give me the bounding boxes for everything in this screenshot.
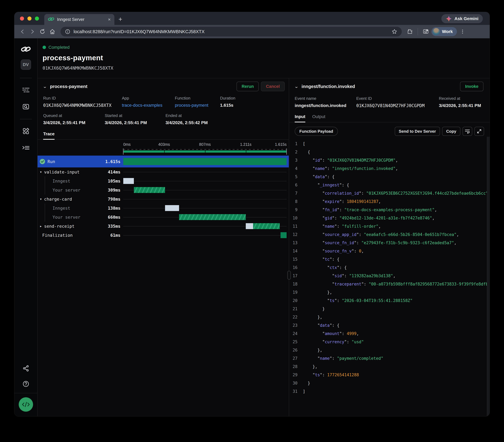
tab-trace[interactable]: Trace xyxy=(43,132,54,140)
url-bar[interactable]: localhost:8288/run?runID=01KJX6Q7W64NMKM… xyxy=(60,27,402,36)
sidebar-item-events[interactable] xyxy=(21,102,31,112)
span-bar-exec[interactable] xyxy=(179,214,246,220)
ask-gemini-label: Ask Gemini xyxy=(454,16,478,21)
app-sidebar: DV xyxy=(14,38,37,416)
trace-row-charge-card[interactable]: ▾charge-card798ms xyxy=(37,195,289,204)
send-to-dev-server-button[interactable]: Send to Dev Server xyxy=(395,127,440,136)
line-number: 7 xyxy=(289,191,303,196)
line-number: 23 xyxy=(289,323,303,328)
close-window-button[interactable] xyxy=(20,17,24,20)
minimize-window-button[interactable] xyxy=(27,17,32,20)
site-info-icon[interactable] xyxy=(65,29,71,34)
code-fab-button[interactable] xyxy=(19,397,33,412)
tab-output[interactable]: Output xyxy=(312,114,325,122)
word-wrap-icon[interactable] xyxy=(463,127,472,136)
side-panel-search-icon[interactable] xyxy=(421,27,430,36)
timeline-minimap[interactable] xyxy=(123,148,287,156)
browser-menu-icon[interactable] xyxy=(458,27,467,36)
payload-code[interactable]: 1[2{3"id": "01KJX6Q7V81N4DMZ7HFJ0CGPDM",… xyxy=(289,137,490,416)
span-bar-exec[interactable] xyxy=(134,187,165,193)
traffic-lights[interactable] xyxy=(14,12,44,25)
collapse-chevron-icon[interactable]: ⌄ xyxy=(294,84,299,89)
code-text: "ts": "2026-03-04T19:55:41.288158Z" xyxy=(303,298,490,303)
code-line-15: 15"tc": { xyxy=(289,255,490,263)
sidebar-item-apps[interactable] xyxy=(21,126,31,136)
code-text: "source_app_id": "eea6afc5-e66d-5b26-850… xyxy=(303,232,490,237)
copy-button[interactable]: Copy xyxy=(442,127,460,136)
help-icon[interactable] xyxy=(21,379,31,389)
line-number: 29 xyxy=(289,373,303,377)
line-number: 17 xyxy=(289,273,303,278)
trace-row-duration: 1.615s xyxy=(105,159,121,164)
trace-row-inngest[interactable]: Inngest105ms xyxy=(37,176,289,186)
code-line-8: 8"expire": 1804190141287, xyxy=(289,197,490,205)
tab-close-icon[interactable]: × xyxy=(108,17,111,22)
span-bar-queue[interactable] xyxy=(246,223,253,229)
gemini-icon xyxy=(446,16,452,22)
trace-row-finalization[interactable]: Finalization61ms xyxy=(37,231,289,240)
trace-section-title: process-payment xyxy=(50,84,233,89)
axis-tick: 0ms xyxy=(123,142,131,147)
trace-row-duration: 61ms xyxy=(110,233,121,238)
trace-row-validate-input[interactable]: ▾validate-input414ms xyxy=(37,168,289,176)
trace-row-inngest[interactable]: Inngest138ms xyxy=(37,204,289,213)
chevron-down-icon[interactable]: ▾ xyxy=(37,170,44,174)
trace-row-labelcol: Your server660ms xyxy=(37,213,123,222)
back-button[interactable] xyxy=(18,27,27,36)
home-button[interactable] xyxy=(48,27,57,36)
cancel-button[interactable]: Cancel xyxy=(261,82,285,91)
browser-toolbar: localhost:8288/run?runID=01KJX6Q7W64NMKM… xyxy=(14,25,490,38)
url-text[interactable]: localhost:8288/run?runID=01KJX6Q7W64NMKM… xyxy=(73,29,388,34)
inngest-logo-icon xyxy=(21,44,31,54)
span-bar-queue[interactable] xyxy=(165,205,179,211)
ask-gemini-button[interactable]: Ask Gemini xyxy=(441,14,483,23)
app-link[interactable]: trace-docs-examples xyxy=(122,103,175,108)
scrollbar[interactable] xyxy=(487,137,490,416)
new-tab-button[interactable]: + xyxy=(118,16,122,23)
trace-row-labelcol: Your server309ms xyxy=(37,186,123,195)
span-bar-solid[interactable] xyxy=(281,232,287,238)
trace-row-your-server[interactable]: Your server309ms xyxy=(37,186,289,195)
trace-row-your-server[interactable]: Your server660ms xyxy=(37,213,289,222)
chevron-down-icon[interactable]: ▾ xyxy=(37,197,44,201)
forward-button[interactable] xyxy=(28,27,37,36)
function-link[interactable]: process-payment xyxy=(175,103,220,108)
trace-meta-row-1: Run ID 01KJX6Q7W64NMKMWBNKCJ58XTX App tr… xyxy=(37,95,289,108)
tree-guide-line xyxy=(45,186,45,195)
trace-row-run[interactable]: Run1.615s xyxy=(37,156,289,168)
span-bar-exec[interactable] xyxy=(253,223,280,229)
invoke-button[interactable]: Invoke xyxy=(460,82,484,91)
profile-chip[interactable]: Work xyxy=(431,27,457,36)
reload-button[interactable] xyxy=(38,27,47,36)
sidebar-item-terminal[interactable] xyxy=(21,143,31,153)
minimap-separator xyxy=(205,151,206,153)
expand-icon[interactable] xyxy=(474,127,484,136)
share-icon[interactable] xyxy=(21,363,31,373)
tab-input[interactable]: Input xyxy=(295,114,305,122)
extensions-icon[interactable] xyxy=(406,27,414,36)
collapse-chevron-icon[interactable]: ⌄ xyxy=(43,84,47,89)
trace-meta-row-2: Queued at 3/4/2026, 2:55:41 PM Started a… xyxy=(37,108,289,125)
bookmark-star-icon[interactable] xyxy=(392,29,397,34)
dev-server-badge[interactable]: DV xyxy=(21,59,31,70)
code-text: }, xyxy=(303,364,490,369)
rerun-button[interactable]: Rerun xyxy=(236,82,259,91)
zoom-window-button[interactable] xyxy=(35,17,39,20)
line-number: 25 xyxy=(289,340,303,344)
line-number: 1 xyxy=(289,141,303,146)
line-number: 19 xyxy=(289,290,303,295)
trace-row-send-receipt[interactable]: ▸send-receipt335ms xyxy=(37,222,289,231)
trace-row-labelcol: ▾charge-card798ms xyxy=(37,195,123,204)
panel-resize-handle[interactable] xyxy=(287,271,291,280)
profile-label: Work xyxy=(442,29,453,34)
chevron-right-icon[interactable]: ▸ xyxy=(37,224,44,228)
browser-tab-inngest-server[interactable]: Inngest Server × xyxy=(44,14,114,25)
line-number: 14 xyxy=(289,249,303,253)
span-bar-queue[interactable] xyxy=(123,178,134,184)
function-payload-button[interactable]: Function Payload xyxy=(295,127,338,136)
trace-row-label: validate-input xyxy=(44,170,80,174)
line-number: 2 xyxy=(289,150,303,154)
event-panel: ⌄ inngest/function.invoked Invoke Event … xyxy=(289,78,490,416)
span-bar-solid[interactable] xyxy=(123,158,287,165)
sidebar-item-runs[interactable] xyxy=(21,85,31,95)
